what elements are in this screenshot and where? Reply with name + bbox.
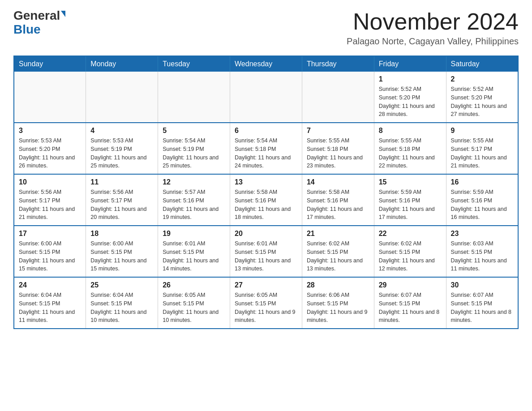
- calendar-header-monday: Monday: [86, 56, 158, 72]
- day-number: 11: [90, 178, 153, 186]
- day-number: 20: [235, 230, 297, 238]
- calendar-cell: 9Sunrise: 5:55 AM Sunset: 5:17 PM Daylig…: [446, 123, 518, 174]
- day-number: 23: [451, 230, 513, 238]
- calendar-cell: 15Sunrise: 5:59 AM Sunset: 5:16 PM Dayli…: [374, 174, 446, 226]
- day-info: Sunrise: 5:57 AM Sunset: 5:16 PM Dayligh…: [163, 188, 225, 222]
- logo-general-text: General: [13, 9, 60, 23]
- calendar-cell: [158, 72, 230, 123]
- day-info: Sunrise: 5:52 AM Sunset: 5:20 PM Dayligh…: [451, 85, 513, 119]
- day-number: 17: [19, 230, 81, 238]
- day-info: Sunrise: 6:00 AM Sunset: 5:15 PM Dayligh…: [19, 240, 81, 273]
- day-info: Sunrise: 5:55 AM Sunset: 5:17 PM Dayligh…: [451, 137, 513, 170]
- day-info: Sunrise: 5:53 AM Sunset: 5:19 PM Dayligh…: [90, 137, 153, 170]
- day-number: 25: [90, 281, 153, 289]
- calendar-cell: 18Sunrise: 6:00 AM Sunset: 5:15 PM Dayli…: [86, 226, 158, 277]
- calendar-week-row-2: 3Sunrise: 5:53 AM Sunset: 5:20 PM Daylig…: [14, 123, 518, 174]
- calendar-cell: 13Sunrise: 5:58 AM Sunset: 5:16 PM Dayli…: [230, 174, 302, 226]
- calendar-cell: 12Sunrise: 5:57 AM Sunset: 5:16 PM Dayli…: [158, 174, 230, 226]
- day-info: Sunrise: 5:56 AM Sunset: 5:17 PM Dayligh…: [90, 188, 153, 222]
- calendar-cell: 8Sunrise: 5:55 AM Sunset: 5:18 PM Daylig…: [374, 123, 446, 174]
- calendar-week-row-1: 1Sunrise: 5:52 AM Sunset: 5:20 PM Daylig…: [14, 72, 518, 123]
- calendar-week-row-5: 24Sunrise: 6:04 AM Sunset: 5:15 PM Dayli…: [14, 277, 518, 329]
- day-number: 5: [163, 127, 225, 135]
- day-info: Sunrise: 5:59 AM Sunset: 5:16 PM Dayligh…: [379, 188, 442, 222]
- page-header: General Blue November 2024 Palagao Norte…: [13, 9, 519, 47]
- logo-triangle-icon: [61, 11, 65, 17]
- calendar-header-saturday: Saturday: [446, 56, 518, 72]
- calendar-cell: 2Sunrise: 5:52 AM Sunset: 5:20 PM Daylig…: [446, 72, 518, 123]
- calendar-header-friday: Friday: [374, 56, 446, 72]
- calendar-cell: 25Sunrise: 6:04 AM Sunset: 5:15 PM Dayli…: [86, 277, 158, 329]
- calendar-cell: 28Sunrise: 6:06 AM Sunset: 5:15 PM Dayli…: [302, 277, 374, 329]
- calendar-cell: 7Sunrise: 5:55 AM Sunset: 5:18 PM Daylig…: [302, 123, 374, 174]
- calendar-cell: [14, 72, 86, 123]
- day-info: Sunrise: 6:07 AM Sunset: 5:15 PM Dayligh…: [379, 291, 442, 325]
- day-number: 29: [379, 281, 442, 289]
- day-number: 26: [163, 281, 225, 289]
- calendar-cell: 26Sunrise: 6:05 AM Sunset: 5:15 PM Dayli…: [158, 277, 230, 329]
- calendar-header-wednesday: Wednesday: [230, 56, 302, 72]
- calendar-header-tuesday: Tuesday: [158, 56, 230, 72]
- day-number: 19: [163, 230, 225, 238]
- day-number: 6: [235, 127, 297, 135]
- calendar-cell: 20Sunrise: 6:01 AM Sunset: 5:15 PM Dayli…: [230, 226, 302, 277]
- day-number: 14: [307, 178, 369, 186]
- day-number: 12: [163, 178, 225, 186]
- calendar-cell: 5Sunrise: 5:54 AM Sunset: 5:19 PM Daylig…: [158, 123, 230, 174]
- day-info: Sunrise: 6:05 AM Sunset: 5:15 PM Dayligh…: [235, 291, 297, 325]
- day-info: Sunrise: 5:58 AM Sunset: 5:16 PM Dayligh…: [307, 188, 369, 222]
- calendar-cell: 3Sunrise: 5:53 AM Sunset: 5:20 PM Daylig…: [14, 123, 86, 174]
- day-info: Sunrise: 5:55 AM Sunset: 5:18 PM Dayligh…: [379, 137, 442, 170]
- day-number: 13: [235, 178, 297, 186]
- calendar-cell: 30Sunrise: 6:07 AM Sunset: 5:15 PM Dayli…: [446, 277, 518, 329]
- day-number: 28: [307, 281, 369, 289]
- calendar-header-sunday: Sunday: [14, 56, 86, 72]
- calendar-cell: 16Sunrise: 5:59 AM Sunset: 5:16 PM Dayli…: [446, 174, 518, 226]
- day-info: Sunrise: 5:54 AM Sunset: 5:18 PM Dayligh…: [235, 137, 297, 170]
- day-info: Sunrise: 5:54 AM Sunset: 5:19 PM Dayligh…: [163, 137, 225, 170]
- day-number: 10: [19, 178, 81, 186]
- day-info: Sunrise: 5:59 AM Sunset: 5:16 PM Dayligh…: [451, 188, 513, 222]
- day-info: Sunrise: 6:01 AM Sunset: 5:15 PM Dayligh…: [235, 240, 297, 273]
- day-number: 9: [451, 127, 513, 135]
- calendar-cell: 4Sunrise: 5:53 AM Sunset: 5:19 PM Daylig…: [86, 123, 158, 174]
- calendar-header-thursday: Thursday: [302, 56, 374, 72]
- calendar-cell: 23Sunrise: 6:03 AM Sunset: 5:15 PM Dayli…: [446, 226, 518, 277]
- day-info: Sunrise: 6:04 AM Sunset: 5:15 PM Dayligh…: [19, 291, 81, 325]
- calendar-cell: [230, 72, 302, 123]
- calendar-cell: 27Sunrise: 6:05 AM Sunset: 5:15 PM Dayli…: [230, 277, 302, 329]
- calendar-cell: 19Sunrise: 6:01 AM Sunset: 5:15 PM Dayli…: [158, 226, 230, 277]
- day-info: Sunrise: 6:04 AM Sunset: 5:15 PM Dayligh…: [90, 291, 153, 325]
- calendar-week-row-4: 17Sunrise: 6:00 AM Sunset: 5:15 PM Dayli…: [14, 226, 518, 277]
- day-number: 15: [379, 178, 442, 186]
- calendar-header-row: SundayMondayTuesdayWednesdayThursdayFrid…: [14, 56, 518, 72]
- day-number: 24: [19, 281, 81, 289]
- day-number: 1: [379, 75, 442, 83]
- calendar-week-row-3: 10Sunrise: 5:56 AM Sunset: 5:17 PM Dayli…: [14, 174, 518, 226]
- day-number: 21: [307, 230, 369, 238]
- calendar-cell: 6Sunrise: 5:54 AM Sunset: 5:18 PM Daylig…: [230, 123, 302, 174]
- calendar-cell: 1Sunrise: 5:52 AM Sunset: 5:20 PM Daylig…: [374, 72, 446, 123]
- calendar-cell: [86, 72, 158, 123]
- day-number: 3: [19, 127, 81, 135]
- day-number: 16: [451, 178, 513, 186]
- day-number: 2: [451, 75, 513, 83]
- day-info: Sunrise: 5:53 AM Sunset: 5:20 PM Dayligh…: [19, 137, 81, 170]
- calendar-cell: 24Sunrise: 6:04 AM Sunset: 5:15 PM Dayli…: [14, 277, 86, 329]
- calendar-cell: [302, 72, 374, 123]
- day-info: Sunrise: 6:02 AM Sunset: 5:15 PM Dayligh…: [307, 240, 369, 273]
- calendar-table: SundayMondayTuesdayWednesdayThursdayFrid…: [13, 56, 519, 329]
- day-info: Sunrise: 5:58 AM Sunset: 5:16 PM Dayligh…: [235, 188, 297, 222]
- day-number: 8: [379, 127, 442, 135]
- title-block: November 2024 Palagao Norte, Cagayan Val…: [347, 9, 519, 47]
- calendar-cell: 14Sunrise: 5:58 AM Sunset: 5:16 PM Dayli…: [302, 174, 374, 226]
- day-info: Sunrise: 6:01 AM Sunset: 5:15 PM Dayligh…: [163, 240, 225, 273]
- day-info: Sunrise: 5:56 AM Sunset: 5:17 PM Dayligh…: [19, 188, 81, 222]
- day-number: 27: [235, 281, 297, 289]
- day-info: Sunrise: 6:03 AM Sunset: 5:15 PM Dayligh…: [451, 240, 513, 273]
- day-number: 18: [90, 230, 153, 238]
- day-number: 4: [90, 127, 153, 135]
- calendar-cell: 10Sunrise: 5:56 AM Sunset: 5:17 PM Dayli…: [14, 174, 86, 226]
- location-text: Palagao Norte, Cagayan Valley, Philippin…: [347, 36, 519, 47]
- logo: General Blue: [13, 9, 65, 37]
